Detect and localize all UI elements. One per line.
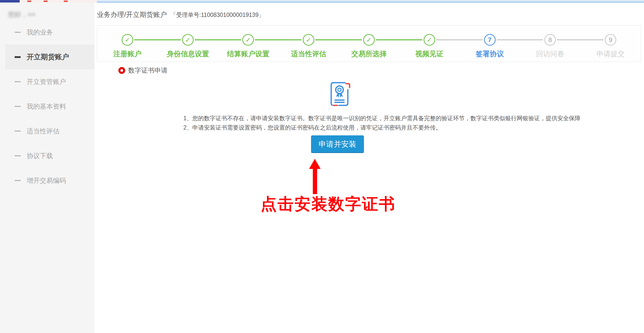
step-label: 视频见证 xyxy=(399,49,460,59)
browser-strip-left xyxy=(0,0,20,3)
apply-install-button[interactable]: 申请并安装 xyxy=(311,135,364,153)
step-check-icon: ✓ xyxy=(303,34,314,46)
certificate-instructions: 1、您的数字证书不存在，请申请安装数字证书。数字证书是唯一识别的凭证，开立账户需… xyxy=(183,114,581,132)
step-connector xyxy=(278,39,301,40)
sidebar-item-label: 开立资管账户 xyxy=(27,77,66,86)
radio-label: 数字证书申请 xyxy=(128,66,167,75)
step-check-icon: ✓ xyxy=(424,34,435,46)
sidebar-nav: 我的业务开立期货账户开立资管账户我的基本资料适当性评估协议下载增开交易编码 xyxy=(0,20,94,193)
step-connector xyxy=(157,39,181,40)
step-check-icon: ✓ xyxy=(363,34,375,46)
arrow-shaft xyxy=(313,169,317,194)
step-check-icon: ✓ xyxy=(182,34,194,46)
sidebar-item-label: 开立期货账户 xyxy=(27,52,69,62)
step-5: ✓交易所选择 xyxy=(339,25,399,62)
step-connector xyxy=(218,39,241,40)
dash-icon xyxy=(15,180,21,181)
red-arrow-up-icon xyxy=(309,159,321,194)
step-connector xyxy=(134,39,158,40)
receipt-number: 「受理单号:110083010000019139」 xyxy=(171,12,264,18)
tab-favicon-remnant-icon xyxy=(27,1,31,2)
step-connector xyxy=(459,39,483,40)
step-number: 8 xyxy=(544,34,556,46)
step-label: 注册账户 xyxy=(97,49,158,59)
step-6: ✓视频见证 xyxy=(399,25,460,62)
step-label: 回访问卷 xyxy=(520,49,580,59)
step-2: ✓身份信息设置 xyxy=(158,25,218,62)
step-7: 7签署协议 xyxy=(460,25,520,62)
breadcrumb-path: 业务办理/开立期货账户 xyxy=(97,11,167,18)
sidebar-item-2[interactable]: 开立期货账户 xyxy=(5,45,94,69)
dash-icon xyxy=(15,106,21,107)
sidebar-item-3[interactable]: 开立资管账户 xyxy=(0,69,94,94)
digital-cert-radio-row[interactable]: 数字证书申请 xyxy=(118,66,167,75)
instruction-line-2: 2、申请安装证书需要设置密码，您设置的证书密码在之后流程使用，请牢记证书密码并且… xyxy=(183,123,581,132)
step-label: 签署协议 xyxy=(460,49,520,59)
tab-favicon-remnant-icon xyxy=(64,1,68,2)
step-connector xyxy=(399,39,422,40)
sidebar-item-1[interactable]: 我的业务 xyxy=(0,20,94,45)
tab-favicon-remnant-icon xyxy=(44,1,48,2)
step-4: ✓适当性评估 xyxy=(278,25,339,62)
step-1: ✓注册账户 xyxy=(97,25,158,62)
dash-icon xyxy=(15,56,21,58)
radio-selected-icon[interactable] xyxy=(118,67,125,74)
step-connector xyxy=(580,39,603,40)
step-number: 7 xyxy=(484,34,496,46)
step-9: 9申请提交 xyxy=(580,25,641,62)
main-content: 业务办理/开立期货账户「受理单号:110083010000019139」 ✓注册… xyxy=(94,3,644,333)
futures-account-opening-page: 您好，×× 我的业务开立期货账户开立资管账户我的基本资料适当性评估协议下载增开交… xyxy=(0,0,644,333)
arrow-head xyxy=(309,159,321,169)
step-label: 申请提交 xyxy=(580,49,641,59)
stepper: ✓注册账户✓身份信息设置✓结算账户设置✓适当性评估✓交易所选择✓视频见证7签署协… xyxy=(97,25,641,62)
sidebar-item-5[interactable]: 适当性评估 xyxy=(0,119,94,143)
step-connector xyxy=(520,39,543,40)
browser-strip-right xyxy=(97,0,644,3)
step-connector xyxy=(376,39,399,40)
sidebar-item-label: 我的基本资料 xyxy=(27,102,66,111)
step-label: 结算账户设置 xyxy=(218,49,279,59)
dash-icon xyxy=(15,155,21,156)
step-connector xyxy=(557,39,581,40)
sidebar-item-label: 适当性评估 xyxy=(27,127,59,136)
sidebar-item-label: 我的业务 xyxy=(27,28,53,37)
step-check-icon: ✓ xyxy=(242,34,254,46)
user-greeting-redacted: 您好，×× xyxy=(8,10,35,19)
annotation-text: 点击安装数字证书 xyxy=(261,193,396,215)
certificate-icon xyxy=(329,81,351,108)
step-connector xyxy=(497,39,520,40)
step-connector xyxy=(436,39,460,40)
browser-tab-remnant xyxy=(20,0,97,3)
step-connector xyxy=(338,39,362,40)
step-label: 交易所选择 xyxy=(339,49,399,59)
step-number: 9 xyxy=(605,34,616,46)
step-label: 适当性评估 xyxy=(278,49,339,59)
sidebar: 您好，×× 我的业务开立期货账户开立资管账户我的基本资料适当性评估协议下载增开交… xyxy=(0,3,94,333)
dash-icon xyxy=(15,131,21,132)
sidebar-item-6[interactable]: 协议下载 xyxy=(0,143,94,168)
step-connector xyxy=(195,39,218,40)
dash-icon xyxy=(15,32,21,33)
step-connector xyxy=(315,39,339,40)
sidebar-item-label: 协议下载 xyxy=(27,152,53,160)
dash-icon xyxy=(15,81,21,82)
app-body: 您好，×× 我的业务开立期货账户开立资管账户我的基本资料适当性评估协议下载增开交… xyxy=(0,3,644,333)
step-check-icon: ✓ xyxy=(122,34,133,46)
step-connector xyxy=(255,39,279,40)
sidebar-item-7[interactable]: 增开交易编码 xyxy=(0,168,94,193)
browser-tab-strip xyxy=(0,0,644,3)
sidebar-item-label: 增开交易编码 xyxy=(27,176,66,185)
sidebar-item-4[interactable]: 我的基本资料 xyxy=(0,94,94,119)
breadcrumb: 业务办理/开立期货账户「受理单号:110083010000019139」 xyxy=(97,10,264,19)
step-8: 8回访问卷 xyxy=(520,25,580,62)
step-3: ✓结算账户设置 xyxy=(218,25,279,62)
instruction-line-1: 1、您的数字证书不存在，请申请安装数字证书。数字证书是唯一识别的凭证，开立账户需… xyxy=(183,114,581,123)
step-label: 身份信息设置 xyxy=(158,49,218,59)
